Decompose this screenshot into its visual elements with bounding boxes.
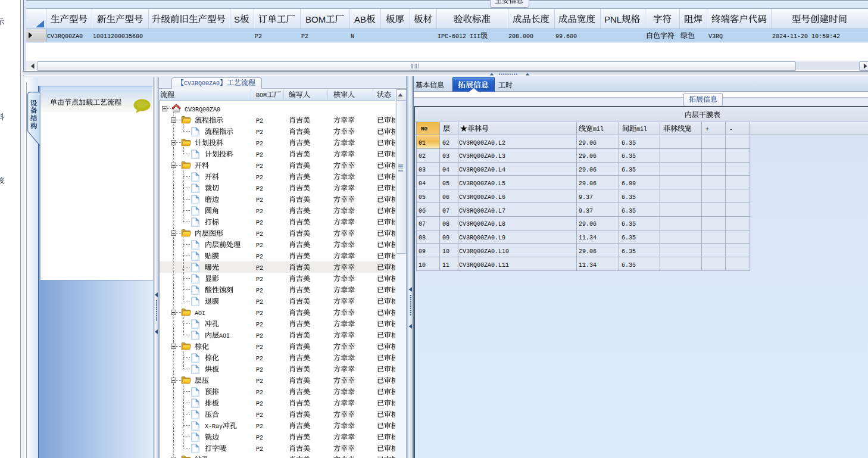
svg-text:05: 05 [419,194,426,201]
svg-text:P2: P2 [256,186,263,192]
svg-text:29.06: 29.06 [579,167,597,173]
svg-text:-: - [729,126,733,133]
svg-text:P2: P2 [256,423,263,430]
svg-text:mil: mil [593,126,604,133]
svg-text:29.06: 29.06 [579,180,597,187]
svg-text:CV3RQ00ZA0.L10: CV3RQ00ZA0.L10 [459,248,509,255]
svg-text:IPC-6012 III: IPC-6012 III [438,33,480,40]
svg-text:29.06: 29.06 [579,140,597,147]
svg-text:CV3RQ00ZA0.L3: CV3RQ00ZA0.L3 [459,153,505,160]
svg-text:P2: P2 [256,242,263,249]
svg-text:AOI: AOI [219,333,230,339]
svg-text:07: 07 [442,208,449,214]
svg-text:P2: P2 [256,299,263,306]
svg-text:P2: P2 [256,435,263,441]
svg-text:04: 04 [419,180,426,187]
svg-text:P2: P2 [301,33,308,40]
svg-text:AB: AB [354,14,366,24]
svg-text:10: 10 [419,262,426,269]
svg-text:6.35: 6.35 [622,167,636,173]
svg-text:X-Ray: X-Ray [205,423,223,430]
svg-text:6.35: 6.35 [622,153,636,160]
svg-text:CV3RQ00ZA0: CV3RQ00ZA0 [184,80,220,87]
svg-text:BOM: BOM [256,92,267,99]
svg-text:AOI: AOI [195,310,205,317]
svg-text:CV3RQ00ZA0.L5: CV3RQ00ZA0.L5 [459,180,505,187]
svg-text:P2: P2 [256,412,263,419]
svg-text:P2: P2 [255,33,262,40]
svg-text:03: 03 [442,153,449,160]
svg-text:CV3RQ00ZA0.L2: CV3RQ00ZA0.L2 [459,140,505,147]
svg-text:CV3RQ00ZA0.L6: CV3RQ00ZA0.L6 [459,194,505,201]
svg-text:CV3RQ00ZA0.L8: CV3RQ00ZA0.L8 [459,221,505,228]
svg-text:6.35: 6.35 [622,194,636,201]
svg-text:6.35: 6.35 [622,248,636,255]
svg-text:CV3RQ00ZA0.L4: CV3RQ00ZA0.L4 [459,167,505,173]
svg-text:P2: P2 [256,265,263,272]
svg-text:10011200035680: 10011200035680 [93,33,143,40]
svg-text:05: 05 [442,180,449,187]
svg-text:P2: P2 [256,208,263,215]
svg-text:mil: mil [636,126,647,133]
svg-text:P2: P2 [256,390,263,396]
svg-text:07: 07 [419,221,426,228]
svg-text:CV3RQ00ZA0: CV3RQ00ZA0 [185,107,220,113]
svg-text:06: 06 [442,194,449,201]
svg-text:08: 08 [419,235,426,241]
svg-text:29.06: 29.06 [579,153,597,160]
svg-text:PNL: PNL [604,14,622,24]
svg-text:P2: P2 [256,129,263,136]
svg-text:09: 09 [419,248,426,255]
svg-text:P2: P2 [256,401,263,407]
svg-text:6.35: 6.35 [622,235,636,241]
svg-text:11: 11 [442,262,449,269]
svg-text:6.35: 6.35 [622,262,636,269]
svg-text:P2: P2 [256,344,263,351]
svg-text:P2: P2 [256,118,263,124]
svg-text:P2: P2 [256,254,263,260]
svg-text:6.35: 6.35 [622,140,636,147]
svg-text:6.35: 6.35 [622,208,636,214]
svg-text:10: 10 [442,248,449,255]
svg-text:11.34: 11.34 [579,262,597,269]
svg-text:99.600: 99.600 [555,33,577,40]
svg-text:P2: P2 [256,175,263,181]
svg-text:02: 02 [442,140,449,147]
svg-text:P2: P2 [256,231,263,238]
svg-text:P2: P2 [256,288,263,294]
svg-text:09: 09 [442,235,449,241]
svg-text:P2: P2 [256,141,263,147]
svg-text:6.35: 6.35 [622,221,636,228]
svg-text:P2: P2 [256,446,263,453]
svg-text:P2: P2 [256,367,263,373]
svg-text:208.000: 208.000 [508,33,533,40]
svg-text:N: N [351,33,354,40]
svg-text:+: + [705,126,709,133]
svg-text:P2: P2 [256,276,263,283]
svg-text:P2: P2 [256,152,263,158]
svg-text:CV3RQ00ZA0: CV3RQ00ZA0 [47,33,83,40]
svg-text:CV3RQ00ZA0.L11: CV3RQ00ZA0.L11 [459,262,509,269]
svg-text:03: 03 [419,167,426,173]
svg-text:P2: P2 [256,356,263,362]
svg-text:11.34: 11.34 [579,235,597,241]
svg-text:02: 02 [419,153,426,160]
svg-text:P2: P2 [256,197,263,204]
svg-text:BOM: BOM [305,14,326,24]
svg-text:P2: P2 [256,310,263,317]
svg-text:04: 04 [442,167,449,173]
svg-text:9.37: 9.37 [579,208,593,214]
svg-text:CV3RQ00ZA0.L9: CV3RQ00ZA0.L9 [459,235,505,241]
svg-text:2024-11-20 10:59:42: 2024-11-20 10:59:42 [772,33,840,40]
svg-text:V3RQ: V3RQ [708,33,723,40]
svg-text:P2: P2 [256,322,263,328]
svg-text:29.06: 29.06 [579,221,597,228]
svg-text:P2: P2 [256,333,263,339]
svg-text:9.37: 9.37 [579,194,593,201]
svg-text:P2: P2 [256,220,263,226]
svg-text:29.06: 29.06 [579,248,597,255]
svg-text:CV3RQ00ZA0.L7: CV3RQ00ZA0.L7 [459,208,505,214]
svg-text:P2: P2 [256,163,263,170]
svg-text:NO: NO [421,126,427,132]
svg-text:08: 08 [442,221,449,228]
